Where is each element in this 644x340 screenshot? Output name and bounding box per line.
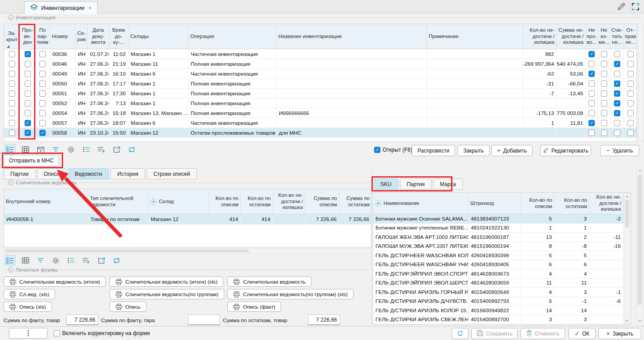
inventory-row[interactable]: 00058ИН23.10.2415:50Магазин 12Остатки пр…	[4, 128, 636, 138]
column-header[interactable]: Кол-во не- достачи / излишка	[589, 193, 623, 214]
print-form-button[interactable]: Сличительная ведомость(по группам)	[110, 289, 224, 299]
column-header[interactable]: Про- ве- ден	[20, 24, 35, 49]
row-checkbox[interactable]	[9, 90, 15, 97]
row-checkbox[interactable]	[589, 71, 595, 77]
row-checkbox[interactable]	[614, 130, 620, 136]
row-checkbox[interactable]	[39, 130, 46, 136]
numbered-list-icon[interactable]	[81, 144, 92, 155]
doc-tab-4[interactable]: История	[111, 168, 145, 179]
sku-row[interactable]: ГЕЛЬ Д/СТИРКИ АРИЭЛЬ Д/ЧУВСТВ....4015400…	[373, 297, 631, 306]
row-checkbox[interactable]	[25, 61, 31, 67]
column-header[interactable]: Се- рия	[76, 24, 88, 49]
row-checkbox[interactable]	[25, 71, 31, 77]
column-header[interactable]: Врем до- ку-...	[109, 24, 128, 49]
filter-icon[interactable]	[50, 144, 61, 155]
open-external-icon[interactable]	[96, 255, 107, 266]
row-checkbox[interactable]	[614, 71, 620, 77]
column-header[interactable]: Склады	[128, 24, 188, 49]
numbered-list-icon[interactable]	[65, 255, 77, 266]
print-form-button[interactable]: Сличительная ведомость(по группам) (xls)	[227, 289, 354, 299]
sku-row[interactable]: ГЕЛЬ Д/СТИР.HEER WASCHBAR КОЛ...42604189…	[373, 251, 631, 260]
row-checkbox[interactable]	[9, 71, 15, 77]
column-header[interactable]: Кол-во по описям	[209, 189, 241, 214]
print-form-button[interactable]: Сличительная ведомость (итоги) (xls)	[110, 276, 223, 287]
row-checkbox[interactable]	[589, 61, 595, 67]
outer-vscrollbar[interactable]	[636, 167, 643, 325]
column-header[interactable]: От- прав ле...	[624, 24, 637, 49]
send-to-mns-button[interactable]: Отправить в МНС	[4, 155, 59, 166]
doc-tab-1[interactable]: Партии	[4, 168, 35, 179]
row-checkbox[interactable]	[627, 51, 634, 57]
sku-tab-2[interactable]: Партия	[400, 178, 431, 190]
sheet-hscrollbar[interactable]	[4, 248, 371, 254]
sku-row[interactable]: ГАЛОШИ МУЖ.ЭВА АРТ.1007 ЛИТЕКС4815196000…	[373, 242, 631, 251]
row-checkbox[interactable]	[601, 90, 607, 97]
fact-goods-input[interactable]: 7 226,66	[66, 314, 98, 325]
sku-vscrollbar[interactable]	[624, 193, 630, 324]
column-header[interactable]: По пар- тиям	[35, 24, 50, 49]
sku-row[interactable]: ГЕЛЬ Д/СТИР.ЭЙПРИЛ ЭВОЛ.ШЕРСТ...48146280…	[373, 279, 631, 288]
column-header[interactable]: Номер	[50, 24, 76, 49]
list-add-icon[interactable]	[81, 255, 92, 266]
sku-row[interactable]: Ботинки мужские Осенние SALAMA...4813834…	[373, 214, 631, 224]
row-checkbox[interactable]	[614, 100, 620, 106]
add-button[interactable]: +Добавить	[491, 145, 533, 156]
sheet-row[interactable]: ИН00058-1Товары по остаткамМагазин 12414…	[4, 214, 371, 225]
row-checkbox[interactable]	[627, 81, 634, 87]
row-checkbox[interactable]	[9, 100, 15, 106]
row-checkbox[interactable]	[25, 120, 31, 126]
column-header[interactable]: Кол-во по остаткам	[554, 193, 589, 214]
row-checkbox[interactable]	[39, 71, 46, 77]
row-checkbox[interactable]	[25, 130, 31, 136]
row-checkbox[interactable]	[39, 90, 46, 97]
column-header[interactable]: Счи- тать не...	[610, 24, 624, 49]
column-header[interactable]: Внутренний номер	[4, 189, 88, 214]
row-checkbox[interactable]	[39, 81, 46, 87]
sku-row[interactable]: ГЕЛЬ Д/СТИР.ЭЙПРИЛ ЭВОЛ.СПОРТ...48146280…	[373, 269, 631, 279]
row-checkbox[interactable]	[589, 90, 595, 97]
row-checkbox[interactable]	[627, 90, 634, 97]
column-header[interactable]: Примечание	[427, 24, 523, 49]
row-checkbox[interactable]	[589, 130, 595, 136]
filter-icon[interactable]	[35, 255, 46, 266]
print-form-button[interactable]: Опись (xls)	[4, 302, 52, 312]
column-header[interactable]: Кол-во по остаткам	[241, 189, 273, 214]
cancel-button[interactable]: Отменить	[520, 328, 565, 339]
row-checkbox[interactable]	[39, 61, 46, 67]
row-checkbox[interactable]	[627, 71, 634, 77]
row-checkbox[interactable]	[25, 81, 31, 87]
correction-checkbox[interactable]	[54, 330, 60, 336]
refresh-loop-icon[interactable]	[111, 255, 122, 266]
inventory-row[interactable]: 00050ИН27.06.2417:17Магазин 1Полная инве…	[4, 79, 636, 89]
sku-row[interactable]: ГЕЛЬ Д/СТИРКИ АРИЭЛЬ КОЛОР 15...40156009…	[373, 306, 631, 315]
fact-tare-input[interactable]	[188, 314, 220, 325]
fullscreen-icon[interactable]	[631, 2, 640, 13]
sku-row[interactable]: ГАЛОШИ ЖЕН.ЭВА АРТ.1003 ЛИТЕКС4815196000…	[373, 233, 631, 242]
collapse-icon[interactable]	[8, 267, 13, 272]
column-header[interactable]: Сумма по остаткам	[339, 189, 371, 214]
distribute-button[interactable]: Распровести	[412, 145, 455, 156]
row-checkbox[interactable]	[589, 51, 595, 57]
print-form-button[interactable]: Опись	[110, 302, 146, 312]
column-header[interactable]: Сумма не- достачи / излишка	[557, 24, 586, 49]
row-checkbox[interactable]	[39, 51, 46, 57]
row-checkbox[interactable]	[25, 110, 31, 116]
print-form-button[interactable]: Опись (факт)	[227, 302, 281, 312]
row-checkbox[interactable]	[627, 100, 634, 106]
print-form-button[interactable]: Сл.вед. (xls)	[4, 289, 55, 299]
row-checkbox[interactable]	[39, 120, 46, 126]
column-header[interactable]: Штрихкод	[469, 193, 521, 214]
collapse-icon[interactable]	[8, 15, 13, 20]
inventory-row[interactable]: 00036ИН01.07.2411:02Магазин 1Частичная и…	[4, 49, 636, 59]
row-checkbox[interactable]	[39, 100, 46, 106]
open-f6-checkbox[interactable]	[374, 147, 380, 153]
column-header[interactable]: Сумма по описям	[305, 189, 339, 214]
column-header[interactable]: Название инвентаризации	[277, 24, 427, 49]
row-checkbox[interactable]	[9, 61, 15, 67]
row-checkbox[interactable]	[614, 110, 620, 116]
print-form-button[interactable]: Сличительная ведомость (итоги)	[4, 276, 106, 287]
row-checkbox[interactable]	[627, 110, 634, 116]
row-checkbox[interactable]	[9, 51, 15, 57]
sku-tab-3[interactable]: Марка	[433, 178, 463, 190]
tab-inventarizacii[interactable]: Инвентаризации ×	[24, 1, 98, 14]
